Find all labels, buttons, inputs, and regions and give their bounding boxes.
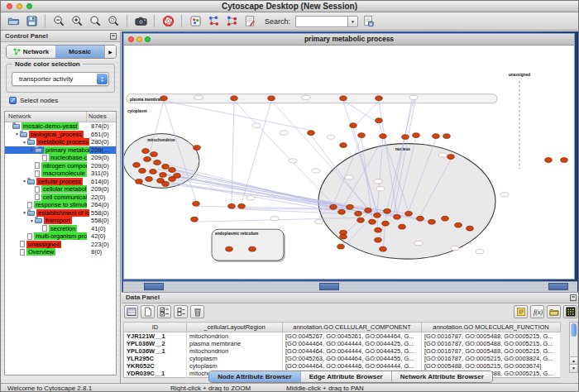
background-window-thumb[interactable] [319, 283, 339, 290]
network-node-white[interactable] [409, 95, 418, 99]
network-node[interactable] [413, 133, 420, 138]
table-row[interactable]: YPL036W__1mitochondrion[GO:0044464, GO:0… [124, 347, 561, 355]
network-node[interactable] [350, 123, 357, 128]
tree-column-nodes[interactable]: Nodes [87, 112, 116, 122]
network-node-white[interactable] [314, 220, 323, 224]
function-builder-button[interactable]: f(x) [530, 305, 544, 318]
network-canvas[interactable]: plasma membranecytoplasmmitochondrionnuc… [124, 45, 574, 279]
network-tree-row[interactable]: cellular metabol209(0) [5, 185, 116, 194]
network-node[interactable] [467, 226, 474, 231]
expand-arrow-icon[interactable]: ▼ [14, 131, 20, 136]
network-node[interactable] [191, 217, 199, 222]
network-node[interactable] [428, 219, 436, 224]
network-node[interactable] [151, 152, 158, 157]
network-node[interactable] [433, 134, 440, 139]
annotation-button[interactable] [242, 13, 258, 29]
network-tree-row[interactable]: ▼primary metabolic209(... [5, 146, 116, 155]
network-node[interactable] [169, 168, 176, 173]
network-node-white[interactable] [194, 95, 203, 99]
network-node[interactable] [308, 131, 315, 136]
expand-arrow-icon[interactable]: ▼ [29, 147, 35, 152]
network-node[interactable] [337, 244, 345, 249]
network-tree-row[interactable]: ▼transport558(0) [5, 217, 116, 225]
network-node[interactable] [561, 158, 568, 163]
network-node-white[interactable] [312, 169, 320, 173]
browser-tab[interactable]: Network Attribute Browser [391, 371, 492, 382]
network-tree-row[interactable]: cell communicat22(0) [5, 194, 116, 202]
network-node[interactable] [376, 118, 383, 123]
network-node[interactable] [268, 96, 275, 101]
network-tree-row[interactable]: mosaic-demo-yeast874(0) [5, 122, 116, 131]
layout-2-button[interactable] [223, 13, 240, 29]
table-column-header[interactable]: annotation.GO CELLULAR_COMPONENT [283, 323, 422, 332]
table-column-header[interactable]: _cellularLayoutRegion [187, 323, 283, 332]
table-column-header[interactable]: ID [124, 323, 187, 332]
delete-attribute-button[interactable] [190, 305, 204, 318]
table-row[interactable]: YPL036W__2plasma membrane[GO:0044464, GO… [124, 340, 561, 347]
network-node[interactable] [338, 209, 346, 214]
network-node[interactable] [146, 177, 153, 182]
select-attributes-button[interactable] [157, 305, 171, 318]
network-node-white[interactable] [500, 193, 509, 197]
network-node[interactable] [194, 146, 201, 151]
network-node[interactable] [226, 246, 233, 251]
network-node[interactable] [238, 203, 246, 208]
network-node[interactable] [376, 96, 383, 101]
network-node[interactable] [228, 203, 236, 208]
zoom-selected-button[interactable] [105, 13, 122, 29]
network-node-white[interactable] [252, 123, 261, 127]
float-panel-icon[interactable] [110, 33, 117, 40]
network-node[interactable] [231, 96, 238, 101]
background-window-thumb[interactable] [548, 283, 568, 290]
table-column-header[interactable]: annotation.GO MOLECULAR_FUNCTION [422, 323, 561, 332]
network-tree-row[interactable]: nitrogen compou209(0) [5, 162, 116, 170]
zoom-fit-button[interactable] [87, 13, 103, 29]
expand-arrow-icon[interactable]: ▼ [22, 179, 27, 184]
table-scrollbar[interactable]: ▲ ▼ [569, 322, 578, 373]
network-node-white[interactable] [374, 179, 382, 184]
network-node[interactable] [340, 234, 347, 239]
network-node[interactable] [347, 204, 354, 209]
network-tree-row[interactable]: unassigned223(0) [5, 241, 116, 249]
float-panel-icon[interactable] [570, 294, 577, 301]
matrix-button[interactable] [563, 305, 577, 318]
network-node[interactable] [357, 218, 365, 222]
unselect-attributes-button[interactable] [174, 305, 188, 318]
import-table-button[interactable] [547, 305, 561, 318]
network-node[interactable] [443, 134, 451, 139]
expand-arrow-icon[interactable]: ▼ [22, 210, 27, 215]
table-row[interactable]: YJR121W__1mitochondrion[GO:0045267, GO:0… [124, 332, 561, 341]
import-attributes-button[interactable] [360, 13, 376, 29]
network-node-white[interactable] [280, 131, 288, 135]
network-node[interactable] [380, 246, 387, 251]
attribute-table-button[interactable] [124, 305, 138, 318]
tabs-overflow-arrow-icon[interactable]: ▶ [104, 45, 116, 58]
network-tree-row[interactable]: ▼biological_process651(0) [5, 131, 116, 139]
network-node[interactable] [193, 201, 200, 206]
save-button[interactable] [23, 13, 40, 29]
vizmapper-button[interactable] [187, 13, 203, 29]
network-view-titlebar[interactable]: primary metabolic process [124, 34, 574, 45]
network-node[interactable] [139, 169, 146, 174]
network-node[interactable] [399, 224, 406, 229]
network-node[interactable] [249, 246, 256, 251]
network-node[interactable] [442, 216, 449, 221]
layout-1-button[interactable] [205, 13, 222, 29]
network-node[interactable] [545, 158, 553, 163]
open-button[interactable] [5, 13, 22, 29]
search-dropdown-arrow-icon[interactable]: ▼ [347, 16, 358, 27]
snapshot-button[interactable] [132, 13, 149, 29]
network-node[interactable] [375, 237, 382, 242]
zoom-in-button[interactable] [69, 13, 85, 29]
help-button[interactable] [160, 13, 176, 29]
network-node[interactable] [150, 170, 157, 174]
network-node-white[interactable] [302, 95, 310, 99]
network-node[interactable] [384, 208, 391, 213]
network-node[interactable] [174, 174, 181, 179]
network-node-white[interactable] [345, 175, 353, 179]
network-node-white[interactable] [414, 241, 423, 246]
expand-arrow-icon[interactable]: ▼ [29, 218, 35, 223]
tab-mosaic[interactable]: Mosaic [55, 45, 104, 58]
network-node[interactable] [455, 222, 462, 227]
network-node-white[interactable] [327, 135, 335, 139]
